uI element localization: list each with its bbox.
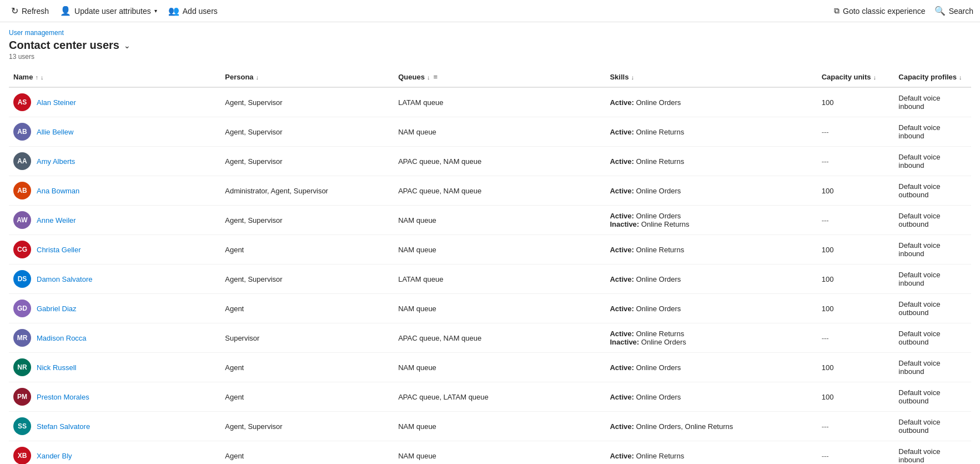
user-name-link[interactable]: Xander Bly [37, 452, 72, 460]
avatar: AS [13, 93, 31, 111]
skill-status: Active: [610, 422, 634, 431]
col-header-capacity: Capacity units ↓ [817, 67, 894, 87]
skill-entry: Active: Online Orders [610, 212, 812, 220]
capacity-cell: --- [817, 206, 894, 235]
queues-cell: NAM queue [394, 206, 605, 235]
add-label: Add users [183, 7, 218, 16]
name-cell-3: AB Ana Bowman [9, 176, 220, 206]
user-name-link[interactable]: Madison Rocca [37, 334, 87, 342]
skills-cell: Active: Online Orders, Online Returns [605, 412, 817, 441]
skill-value: Online Returns [641, 220, 690, 228]
persona-cell: Agent [220, 294, 394, 323]
skill-entry: Active: Online Returns [610, 246, 812, 254]
capacity-cell: 100 [817, 176, 894, 206]
name-cell-5: CG Christa Geller [9, 235, 220, 265]
table-body: AS Alan Steiner Agent, SupervisorLATAM q… [9, 87, 971, 464]
skill-value: Online Orders [636, 98, 681, 107]
table-row: AB Ana Bowman Administrator, Agent, Supe… [9, 176, 971, 206]
page-header: User management Contact center users ⌄ 1… [0, 22, 980, 63]
queues-cell: APAC queue, LATAM queue [394, 382, 605, 412]
capacity-value: --- [822, 216, 829, 224]
capacity-value: --- [822, 128, 829, 136]
avatar: NR [13, 358, 31, 376]
user-name-link[interactable]: Christa Geller [37, 246, 81, 254]
skill-value: Online Orders [636, 363, 681, 372]
capacity-value: 100 [822, 98, 834, 107]
skill-status: Active: [610, 187, 634, 195]
capacity-cell: --- [817, 147, 894, 176]
avatar: SS [13, 417, 31, 435]
toolbar-left: ↻ Refresh 👤 Update user attributes ▾ 👥 A… [7, 3, 832, 18]
skill-status: Active: [610, 452, 634, 460]
table-row: SS Stefan Salvatore Agent, SupervisorNAM… [9, 412, 971, 441]
update-label: Update user attributes [74, 7, 151, 16]
avatar: CG [13, 241, 31, 258]
skill-entry: Inactive: Online Returns [610, 220, 812, 228]
profile-cell: Default voice inbound [894, 265, 971, 294]
skills-cell: Active: Online Orders [605, 353, 817, 382]
capacity-cell: --- [817, 323, 894, 353]
table-row: NR Nick Russell AgentNAM queueActive: On… [9, 353, 971, 382]
skill-status: Active: [610, 98, 634, 107]
refresh-button[interactable]: ↻ Refresh [7, 3, 53, 18]
name-cell-4: AW Anne Weiler [9, 206, 220, 235]
capacity-value: --- [822, 422, 829, 431]
skills-cell: Active: Online Returns [605, 117, 817, 147]
update-user-attributes-button[interactable]: 👤 Update user attributes ▾ [56, 3, 162, 18]
user-name-link[interactable]: Nick Russell [37, 363, 77, 372]
external-link-icon: ⧉ [834, 6, 840, 16]
skill-entry: Inactive: Online Orders [610, 338, 812, 346]
avatar: AA [13, 152, 31, 170]
queues-cell: NAM queue [394, 235, 605, 265]
persona-sort-icon: ↓ [256, 74, 259, 81]
persona-cell: Agent, Supervisor [220, 412, 394, 441]
user-name-link[interactable]: Anne Weiler [37, 216, 76, 224]
search-button[interactable]: 🔍 Search [934, 6, 973, 16]
user-name-link[interactable]: Alan Steiner [37, 98, 76, 107]
user-name-link[interactable]: Ana Bowman [37, 187, 79, 195]
sort-desc-icon: ↓ [41, 74, 44, 81]
skills-cell: Active: Online Orders [605, 265, 817, 294]
refresh-label: Refresh [22, 7, 49, 16]
table-row: AA Amy Alberts Agent, SupervisorAPAC que… [9, 147, 971, 176]
capacity-cell: --- [817, 412, 894, 441]
user-name-link[interactable]: Gabriel Diaz [37, 305, 77, 313]
skills-cell: Active: Online Returns [605, 441, 817, 465]
skill-status: Inactive: [610, 338, 639, 346]
goto-classic-button[interactable]: ⧉ Goto classic experience [834, 6, 926, 16]
skill-status: Active: [610, 157, 634, 166]
skill-value: Online Orders [636, 305, 681, 313]
breadcrumb[interactable]: User management [9, 29, 971, 37]
queues-filter-icon[interactable]: ≡ [433, 73, 438, 81]
persona-cell: Supervisor [220, 323, 394, 353]
skill-entry: Active: Online Returns [610, 330, 812, 338]
queues-cell: NAM queue [394, 294, 605, 323]
capacity-value: --- [822, 157, 829, 166]
queues-cell: LATAM queue [394, 265, 605, 294]
capacity-value: 100 [822, 393, 834, 401]
col-header-queues: Queues ↓ ≡ [394, 67, 605, 87]
skill-entry: Active: Online Orders, Online Returns [610, 422, 812, 431]
table-row: CG Christa Geller AgentNAM queueActive: … [9, 235, 971, 265]
skill-value: Online Returns [636, 128, 684, 136]
table-row: AB Allie Bellew Agent, SupervisorNAM que… [9, 117, 971, 147]
sort-asc-icon: ↑ [35, 74, 38, 81]
skill-status: Active: [610, 363, 634, 372]
profile-cell: Default voice outbound [894, 323, 971, 353]
skill-value: Online Orders [636, 212, 681, 220]
add-users-button[interactable]: 👥 Add users [164, 3, 222, 18]
persona-cell: Agent [220, 441, 394, 465]
page-title-chevron-icon[interactable]: ⌄ [124, 41, 130, 50]
table-header: Name ↑ ↓ Persona ↓ Queues ↓ ≡ [9, 67, 971, 87]
user-name-link[interactable]: Stefan Salvatore [37, 422, 90, 431]
avatar: DS [13, 270, 31, 288]
avatar: AW [13, 211, 31, 229]
user-name-link[interactable]: Amy Alberts [37, 157, 75, 166]
user-name-link[interactable]: Damon Salvatore [37, 275, 92, 283]
user-name-link[interactable]: Preston Morales [37, 393, 89, 401]
avatar: MR [13, 329, 31, 347]
user-name-link[interactable]: Allie Bellew [37, 128, 73, 136]
skills-cell: Active: Online Orders [605, 294, 817, 323]
search-icon: 🔍 [934, 6, 946, 16]
profile-cell: Default voice outbound [894, 294, 971, 323]
